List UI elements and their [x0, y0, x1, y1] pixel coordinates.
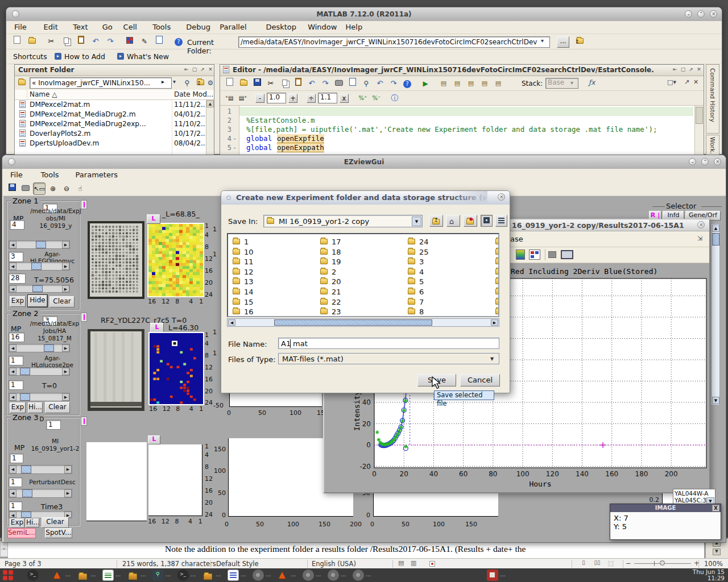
time-index-field[interactable]: 28 [9, 273, 26, 284]
up-folder-button[interactable]: ↥ [195, 77, 206, 89]
media-index-field[interactable]: 1 [9, 477, 22, 487]
cancel-button[interactable]: Cancel [460, 374, 500, 386]
taskbar-item-app-gray[interactable]: ... [353, 569, 375, 581]
zoom-out-button[interactable]: ⊖ [60, 182, 73, 195]
slider-right-icon[interactable]: ▶ [64, 465, 72, 473]
files-of-type-dropdown[interactable]: MAT-files (*.mat)▼ [278, 353, 499, 364]
open-folder-button[interactable] [26, 35, 38, 48]
close-icon[interactable]: ✕ [693, 78, 701, 88]
folder-item[interactable]: 6 [408, 287, 487, 296]
writer-text[interactable]: Note the addition to the experiment fold… [165, 544, 526, 554]
taskbar-item-terminal[interactable]: >_... [177, 569, 200, 581]
slider-left-icon[interactable]: ◀ [9, 263, 16, 270]
chevron-right-icon[interactable]: ▸ [162, 78, 167, 86]
taskbar-item-folder[interactable]: ... [77, 569, 100, 581]
menu-go[interactable]: Go [102, 23, 113, 31]
slider-left-icon[interactable]: ◀ [9, 285, 16, 292]
save-button[interactable] [6, 182, 18, 195]
pan-button[interactable]: ☝ [74, 182, 86, 195]
code-line[interactable] [239, 107, 693, 116]
list-view-button[interactable] [495, 215, 507, 227]
cut-button[interactable]: ✂ [45, 35, 57, 48]
undock-icon[interactable]: ⇤ [672, 66, 679, 74]
tab-workspace[interactable]: Work... [706, 135, 719, 155]
slider[interactable]: ◀▶ [9, 240, 70, 249]
folder-item[interactable]: 1 [233, 237, 312, 246]
folder-item[interactable]: 7 [408, 297, 487, 306]
menu-cell[interactable]: Cell [123, 23, 137, 31]
folder-item[interactable] [495, 257, 499, 266]
home-button[interactable]: ⌂ [446, 215, 460, 227]
folder-item[interactable] [495, 277, 499, 286]
single-page-view-icon[interactable]: ▯ [578, 559, 589, 567]
close-icon[interactable]: ✕ [696, 66, 702, 74]
slider[interactable]: ◀▶ [9, 465, 72, 474]
close-icon[interactable]: ✕ [498, 193, 505, 201]
open-folder-button[interactable] [237, 77, 250, 90]
report-button[interactable] [346, 77, 359, 90]
spotview-button[interactable]: SpotV... [45, 528, 72, 538]
menu-debug[interactable]: Debug [186, 23, 210, 31]
undock-icon[interactable]: ⇤ [183, 66, 190, 74]
folder-item[interactable]: 20 [320, 277, 400, 286]
help-button[interactable]: ? [172, 35, 185, 48]
save-button[interactable] [251, 77, 263, 90]
taskbar-item-calc[interactable]: ... [102, 569, 125, 581]
slider-left-icon[interactable]: ◀ [9, 393, 16, 401]
empty-plot-zone3b[interactable] [148, 444, 202, 516]
figure-handle-icon[interactable] [81, 417, 87, 426]
document-modified-icon[interactable] [429, 561, 435, 567]
code-line[interactable]: %[file,path] = uiputfile('.mat','Create … [239, 125, 693, 134]
name-column-header[interactable]: Name △ [30, 90, 155, 99]
minimize-icon[interactable]: ⌄ [685, 10, 692, 18]
menu-tools[interactable]: Tools [152, 23, 171, 31]
chevron-down-icon[interactable]: ▾ [541, 38, 549, 47]
print-button[interactable] [19, 182, 32, 195]
window-menu-icon[interactable] [12, 10, 19, 18]
search-button[interactable]: ⚲ [360, 77, 373, 90]
menu-window[interactable]: Window [308, 23, 337, 31]
menu-tools[interactable]: Tools [41, 171, 59, 179]
taskbar-item-terminal[interactable]: >_ [27, 569, 50, 581]
cell-tool-button[interactable]: ▤ [492, 77, 504, 90]
run-button[interactable]: ▶ [419, 77, 432, 90]
matlab-titlebar[interactable]: MATLAB 7.12.0 (R2011a) ⌄ ⌃ ✕ [6, 7, 722, 21]
slider[interactable]: ◀▶ [9, 262, 70, 271]
clear-button[interactable]: Clear [45, 402, 70, 413]
menu-text[interactable]: Text [73, 23, 88, 31]
code-line[interactable]: globalopenExpfile [239, 134, 693, 143]
slider-right-icon[interactable]: ▶ [62, 241, 69, 248]
hi-button[interactable]: Hi... [26, 518, 39, 527]
horizontal-scrollbar[interactable]: ◀▶ [227, 318, 499, 327]
status-item[interactable]: Page 3 of 3 [5, 560, 118, 568]
heatmap-zone1[interactable] [148, 224, 203, 296]
plate-photo-2[interactable] [88, 329, 144, 411]
folder-item[interactable]: 25 [408, 247, 487, 256]
maximize-icon[interactable]: ⌃ [697, 10, 705, 18]
slider-left-icon[interactable]: ◀ [9, 512, 16, 518]
copy-button[interactable] [278, 77, 291, 90]
folder-item[interactable]: 11 [233, 257, 312, 266]
folder-item[interactable]: 19 [320, 257, 400, 266]
folder-list[interactable]: 1101112131415161718192202122232425345678 [227, 233, 499, 317]
zoom-out-icon[interactable]: − [626, 559, 631, 567]
up-folder-button[interactable]: ↥ [429, 215, 443, 227]
chevron-down-icon[interactable]: ▼ [490, 356, 497, 362]
figure-handle-icon[interactable] [81, 313, 87, 322]
scroll-right-icon[interactable]: ▶ [491, 319, 498, 326]
status-item[interactable]: English (USA) [312, 560, 425, 568]
slider-left-icon[interactable]: ◀ [9, 241, 16, 248]
slider[interactable]: ◀▶ [9, 489, 72, 498]
plate-photo-1[interactable] [88, 221, 144, 299]
close-icon[interactable]: ✕ [207, 66, 214, 74]
heatmap-zone2[interactable] [150, 333, 203, 404]
hide-button[interactable]: Hide [28, 295, 47, 307]
chevron-down-icon[interactable]: ▼ [412, 217, 421, 226]
folder-item[interactable]: 24 [408, 237, 487, 246]
table-row[interactable]: DpertsUploadDev.m08/04/2... [15, 139, 214, 148]
window-icon[interactable] [561, 250, 573, 259]
zone-index-field[interactable]: 1 [46, 420, 61, 430]
decrease-button[interactable]: - [255, 94, 264, 103]
slider-right-icon[interactable]: ▶ [62, 368, 69, 375]
folder-item[interactable]: 13 [233, 277, 312, 286]
